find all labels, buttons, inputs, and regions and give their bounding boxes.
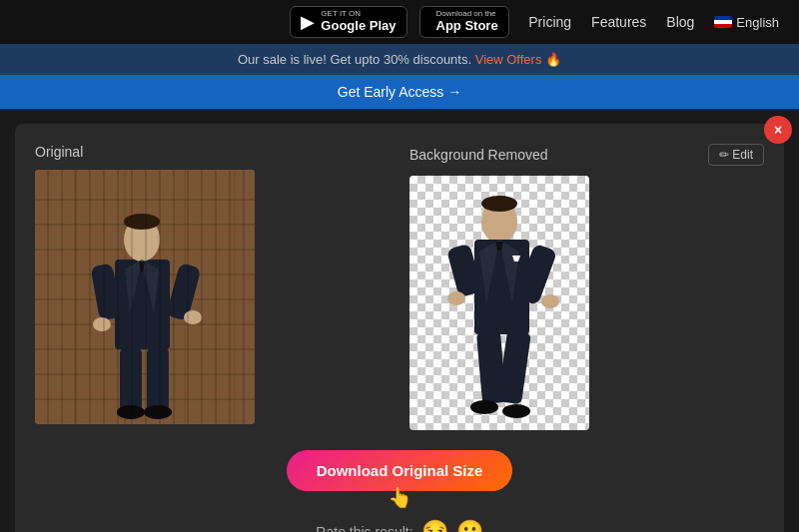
svg-marker-19 (139, 262, 145, 271)
removed-bg-section: Background Removed ✏ Edit (409, 144, 764, 430)
original-photo-svg (35, 170, 255, 424)
removed-bg-image (409, 176, 589, 430)
rate-section: Rate this result: 😒 🙂 (35, 519, 764, 532)
app-store-big-text: App Store (436, 19, 498, 33)
neutral-emoji[interactable]: 🙂 (456, 519, 483, 532)
cursor-hand-icon: 👆 (388, 485, 412, 509)
sale-banner: Our sale is live! Get upto 30% discounts… (0, 44, 799, 75)
svg-rect-20 (90, 264, 121, 321)
main-content: × Original (15, 124, 784, 532)
svg-point-23 (184, 310, 202, 324)
svg-marker-18 (142, 260, 159, 314)
removed-label: Background Removed ✏ Edit (409, 144, 764, 166)
view-offers-link[interactable]: View Offers (475, 52, 542, 67)
sad-emoji[interactable]: 😒 (421, 519, 448, 532)
original-image (35, 170, 255, 424)
blog-link[interactable]: Blog (666, 14, 694, 30)
original-photo (35, 170, 255, 424)
early-access-button[interactable]: Get Early Access → (338, 84, 461, 100)
rate-label: Rate this result: (316, 524, 412, 532)
svg-point-15 (124, 218, 160, 262)
svg-point-26 (117, 405, 145, 419)
sale-text: Our sale is live! Get upto 30% discounts… (238, 52, 471, 67)
svg-rect-24 (120, 347, 142, 412)
close-button[interactable]: × (764, 116, 792, 144)
language-label: English (736, 15, 779, 30)
flag-icon (714, 16, 732, 28)
edit-button[interactable]: ✏ Edit (708, 144, 764, 166)
svg-point-22 (93, 317, 111, 331)
fire-emoji: 🔥 (545, 52, 561, 67)
svg-marker-17 (125, 260, 142, 314)
original-section: Original (35, 144, 390, 424)
app-store-button[interactable]: Download on the App Store (419, 6, 509, 38)
svg-point-42 (502, 404, 530, 418)
svg-point-37 (447, 291, 465, 305)
google-play-icon: ▶ (301, 11, 315, 33)
removed-bg-svg (424, 184, 574, 423)
early-access-bar: Get Early Access → (0, 75, 799, 109)
images-row: Original (35, 144, 764, 430)
pricing-link[interactable]: Pricing (528, 14, 571, 30)
features-link[interactable]: Features (591, 14, 646, 30)
svg-point-38 (541, 294, 559, 308)
top-nav: ▶ GET IT ON Google Play Download on the … (0, 0, 799, 44)
svg-rect-40 (497, 329, 531, 404)
svg-point-27 (144, 405, 172, 419)
nav-right: Pricing Features Blog English (528, 14, 779, 30)
google-play-big-text: Google Play (321, 19, 396, 33)
svg-rect-0 (35, 170, 255, 424)
svg-point-29 (481, 196, 517, 212)
svg-rect-21 (166, 263, 201, 321)
download-section: Download Original Size 👆 (35, 450, 764, 491)
original-label: Original (35, 144, 390, 160)
svg-point-16 (124, 214, 160, 230)
svg-point-41 (470, 400, 498, 414)
google-play-button[interactable]: ▶ GET IT ON Google Play (290, 6, 406, 38)
language-selector[interactable]: English (714, 15, 779, 30)
download-button[interactable]: Download Original Size 👆 (287, 450, 513, 491)
svg-rect-25 (147, 347, 169, 412)
svg-rect-14 (115, 260, 170, 349)
